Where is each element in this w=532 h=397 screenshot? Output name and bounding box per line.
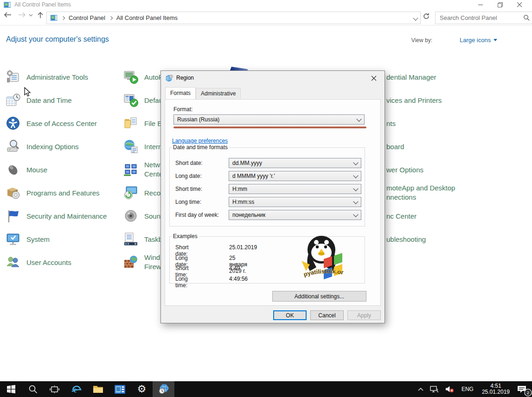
programs-icon <box>6 185 20 200</box>
chevron-down-icon <box>353 199 358 204</box>
task-view-button[interactable] <box>44 381 65 397</box>
cp-item-defau[interactable]: Defau <box>123 93 163 107</box>
language-indicator[interactable]: ENG <box>457 386 478 392</box>
cp-item-wer-options[interactable]: wer Options <box>386 162 423 177</box>
first-day-of-week-select[interactable]: понедельник <box>229 210 361 220</box>
cp-item-dential-manager[interactable]: dential Manager <box>386 69 436 84</box>
cp-item-moteapp-and-desktopnnections[interactable]: moteApp and Desktop nnections <box>386 185 455 200</box>
short-date-select[interactable]: dd.MM.yyyy <box>229 158 361 168</box>
breadcrumb-chevron[interactable] <box>109 16 113 19</box>
cp-item-administrative-tools[interactable]: Administrative Tools <box>6 69 88 84</box>
cp-item-label: dential Manager <box>386 73 436 81</box>
breadcrumb-control-panel[interactable]: Control Panel <box>69 14 105 21</box>
settings-gear-icon[interactable]: ⚙ <box>131 381 153 397</box>
volume-muted-icon[interactable] <box>442 381 457 397</box>
cp-item-date-and-time[interactable]: Date and Time <box>6 93 72 107</box>
region-dialog-icon <box>165 74 173 82</box>
pyatilistnik-watermark: pyatilistnik.org <box>296 232 350 287</box>
occluded-icon-fragment <box>230 67 248 70</box>
cp-item-programs-and-features[interactable]: Programs and Features <box>6 185 100 200</box>
breadcrumb-chevron[interactable] <box>61 16 65 19</box>
cp-item-label: Taskb <box>144 235 162 243</box>
cp-item-netwcente[interactable]: Netw Cente <box>123 162 163 177</box>
tab-administrative[interactable]: Administrative <box>196 88 241 99</box>
long-date-select[interactable]: d MMMM yyyy 'г.' <box>229 171 361 181</box>
region-dialog-titlebar[interactable]: Region <box>161 71 385 85</box>
cp-item-file-e[interactable]: File E <box>123 116 162 131</box>
cp-item-label: Programs and Features <box>26 189 100 197</box>
cp-item-mouse[interactable]: Mouse <box>6 162 47 177</box>
language-preferences-link[interactable]: Language preferences <box>172 138 228 144</box>
network-icon[interactable] <box>427 381 442 397</box>
cp-item-windfirew[interactable]: Wind Firew <box>123 255 161 270</box>
restore-button[interactable] <box>490 0 510 9</box>
chevron-down-icon <box>353 173 358 178</box>
view-by-dropdown-icon <box>494 39 497 41</box>
cp-item-user-accounts[interactable]: User Accounts <box>6 255 71 270</box>
cancel-button[interactable]: Cancel <box>310 310 344 320</box>
clock-date: 25.01.2019 <box>482 389 510 395</box>
cp-item-autop[interactable]: AutoP <box>123 69 163 84</box>
user-accounts-icon <box>6 255 20 270</box>
tray-show-hidden-icons[interactable] <box>415 381 427 397</box>
region-app-taskbar-icon[interactable] <box>153 381 174 397</box>
cp-item-security-and-maintenance[interactable]: Security and Maintenance <box>6 208 107 223</box>
back-button[interactable] <box>4 12 12 18</box>
action-center-icon[interactable]: 2 <box>514 381 532 397</box>
dialog-close-button[interactable] <box>368 74 380 83</box>
desktop-screen: All Control Panel Items <box>0 0 532 397</box>
tab-formats[interactable]: Formats <box>165 87 196 99</box>
long-date-label: Long date: <box>175 173 202 179</box>
cp-item-indexing-options[interactable]: Indexing Options <box>6 139 79 154</box>
internet-explorer-icon[interactable]: e <box>65 381 87 397</box>
cp-item-vices-and-printers[interactable]: vices and Printers <box>386 93 442 107</box>
cp-item-label: vices and Printers <box>386 96 442 104</box>
region-dialog-title: Region <box>176 75 194 81</box>
control-panel-taskbar-icon[interactable] <box>109 381 131 397</box>
file-explorer-options-icon <box>123 116 138 131</box>
notification-badge: 2 <box>524 389 532 397</box>
minimize-button[interactable] <box>471 0 490 9</box>
cp-item-taskb[interactable]: Taskb <box>123 232 162 246</box>
format-label: Format: <box>173 106 192 113</box>
cp-item-nts[interactable]: nts <box>386 116 396 131</box>
first-day-of-week-label: First day of week: <box>175 212 219 218</box>
cp-item-label: moteApp and Desktop nnections <box>386 183 455 202</box>
ok-button[interactable]: OK <box>273 310 307 320</box>
cp-item-ease-of-access-center[interactable]: Ease of Access Center <box>6 116 97 131</box>
up-button[interactable] <box>37 12 44 19</box>
view-by-selector[interactable]: Large icons <box>460 37 497 44</box>
additional-settings-button[interactable]: Additional settings... <box>272 291 366 302</box>
cp-item-recov[interactable]: Recov <box>123 185 164 200</box>
svg-text:2: 2 <box>527 390 529 395</box>
taskbar-search-button[interactable] <box>22 381 44 397</box>
cp-item-nc-center[interactable]: nc Center <box>386 208 417 223</box>
cp-item-board[interactable]: board <box>386 139 404 154</box>
search-icon[interactable] <box>523 14 530 21</box>
start-button[interactable] <box>0 381 22 397</box>
clock[interactable]: 4:51 25.01.2019 <box>478 383 514 395</box>
network-center-icon <box>123 162 138 177</box>
datetime-formats-group: Date and time formats Short date: dd.MM.… <box>169 144 365 227</box>
close-button[interactable] <box>510 0 529 9</box>
region-dialog: Region Formats Administrative Format: Ru… <box>160 70 385 323</box>
file-explorer-icon[interactable] <box>87 381 109 397</box>
breadcrumb-current[interactable]: All Control Panel Items <box>116 14 178 21</box>
forward-button[interactable] <box>18 12 26 18</box>
long-time-select[interactable]: H:mm:ss <box>229 197 361 207</box>
chevron-down-icon <box>356 116 361 121</box>
address-dropdown-icon[interactable] <box>413 15 418 20</box>
mouse-icon <box>6 162 20 177</box>
format-select[interactable]: Russian (Russia) <box>173 114 365 125</box>
cp-item-soun[interactable]: Soun <box>123 208 160 223</box>
recent-pages-dropdown[interactable] <box>29 14 33 17</box>
short-time-select[interactable]: H:mm <box>229 184 361 194</box>
cp-item-ubleshooting[interactable]: ubleshooting <box>386 232 426 246</box>
cp-item-intern[interactable]: Intern <box>123 139 162 154</box>
refresh-button[interactable] <box>423 13 430 22</box>
search-input[interactable]: Search Control Panel <box>435 12 532 24</box>
cp-item-system[interactable]: System <box>6 232 50 246</box>
internet-options-icon <box>123 139 138 154</box>
windows-firewall-icon <box>123 255 138 270</box>
address-bar[interactable]: Control Panel All Control Panel Items <box>46 12 421 24</box>
